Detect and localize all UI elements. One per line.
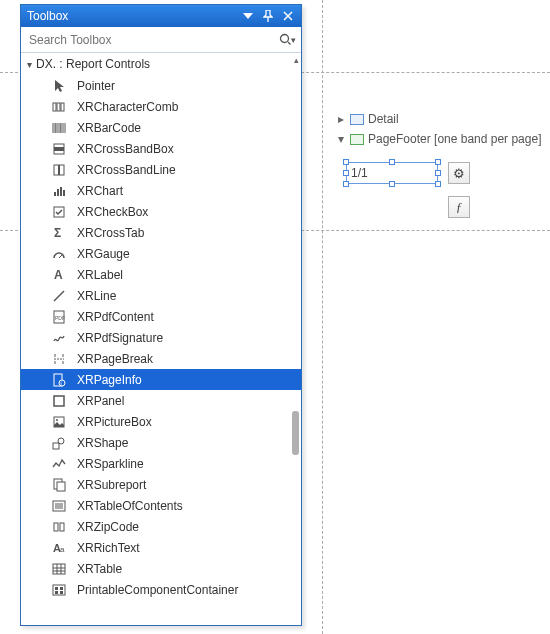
resize-handle[interactable] [343, 159, 349, 165]
toolbox-item-gauge[interactable]: XRGauge [21, 243, 301, 264]
chart-icon [51, 184, 67, 198]
checkbox-icon [51, 205, 67, 219]
toolbox-item-pointer[interactable]: Pointer [21, 75, 301, 96]
svg-text:a: a [60, 545, 65, 554]
svg-text:i: i [61, 380, 62, 386]
pageinfo-icon: i [51, 373, 67, 387]
toolbox-item-crosstab[interactable]: ΣXRCrossTab [21, 222, 301, 243]
toolbox-item-label: XRCheckBox [77, 205, 301, 219]
toolbox-item-crossbandline[interactable]: XRCrossBandLine [21, 159, 301, 180]
toolbox-item-zipcode[interactable]: XRZipCode [21, 516, 301, 537]
toolbox-item-line[interactable]: XRLine [21, 285, 301, 306]
toolbox-item-barcode[interactable]: XRBarCode [21, 117, 301, 138]
toolbox-item-pdfsignature[interactable]: XRPdfSignature [21, 327, 301, 348]
scroll-up-icon[interactable]: ▴ [294, 55, 299, 65]
svg-rect-34 [55, 587, 58, 590]
toolbox-item-charcomb[interactable]: XRCharacterComb [21, 96, 301, 117]
band-detail-label: Detail [368, 112, 399, 126]
toolbox-item-label: XRBarCode [77, 121, 301, 135]
resize-handle[interactable] [435, 181, 441, 187]
pdfsignature-icon [51, 331, 67, 345]
resize-handle[interactable] [343, 170, 349, 176]
toolbox-item-panel[interactable]: XRPanel [21, 390, 301, 411]
toolbox-item-printable[interactable]: PrintableComponentContainer [21, 579, 301, 600]
toolbox-item-pdfcontent[interactable]: PDFXRPdfContent [21, 306, 301, 327]
svg-rect-9 [57, 189, 59, 196]
expand-icon: ▸ [336, 112, 346, 126]
resize-handle[interactable] [435, 159, 441, 165]
toolbox-category[interactable]: DX. : Report Controls [21, 53, 301, 75]
svg-rect-36 [55, 591, 58, 594]
toolbox-item-label: XRLine [77, 289, 301, 303]
search-input[interactable] [27, 32, 277, 48]
svg-rect-20 [54, 396, 64, 406]
detail-band-icon [350, 114, 364, 125]
svg-rect-23 [53, 443, 59, 449]
toolbox-item-label: XRLabel [77, 268, 301, 282]
toolbox-item-label: XRZipCode [77, 520, 301, 534]
toc-icon [51, 499, 67, 513]
svg-rect-35 [60, 587, 63, 590]
crossbandline-icon [51, 163, 67, 177]
resize-handle[interactable] [435, 170, 441, 176]
toolbox-item-table[interactable]: XRTable [21, 558, 301, 579]
toolbox-item-sparkline[interactable]: XRSparkline [21, 453, 301, 474]
svg-rect-37 [60, 591, 63, 594]
svg-rect-11 [63, 190, 65, 196]
category-label: DX. : Report Controls [36, 57, 150, 71]
toolbox-item-label: XRGauge [77, 247, 301, 261]
band-pagefooter[interactable]: ▾ PageFooter [one band per page] [336, 130, 542, 148]
svg-point-22 [56, 419, 58, 421]
toolbox-item-label: XRChart [77, 184, 301, 198]
toolbox-item-label: XRSparkline [77, 457, 301, 471]
toolbox-item-crossbandbox[interactable]: XRCrossBandBox [21, 138, 301, 159]
resize-handle[interactable] [389, 159, 395, 165]
smart-tag-gear-button[interactable]: ⚙ [448, 162, 470, 184]
band-pagefooter-label: PageFooter [one band per page] [368, 132, 541, 146]
line-icon [51, 289, 67, 303]
picturebox-icon [51, 415, 67, 429]
charcomb-icon [51, 100, 67, 114]
smart-tag-expression-button[interactable]: ƒ [448, 196, 470, 218]
resize-handle[interactable] [343, 181, 349, 187]
pdfcontent-icon: PDF [51, 310, 67, 324]
pin-button[interactable] [259, 8, 277, 24]
close-button[interactable] [279, 8, 297, 24]
svg-text:A: A [54, 268, 63, 282]
toolbox-item-toc[interactable]: XRTableOfContents [21, 495, 301, 516]
toolbox-item-pageinfo[interactable]: iXRPageInfo [21, 369, 301, 390]
toolbox-item-picturebox[interactable]: XRPictureBox [21, 411, 301, 432]
toolbox-item-richtext[interactable]: AaXRRichText [21, 537, 301, 558]
toolbox-item-label: XRPageInfo [77, 373, 301, 387]
svg-rect-2 [53, 103, 56, 111]
search-icon[interactable]: ▾ [277, 33, 297, 47]
function-icon: ƒ [456, 199, 463, 215]
toolbox-item-label: XRCrossBandLine [77, 163, 301, 177]
toolbox-item-pagebreak[interactable]: XRPageBreak [21, 348, 301, 369]
toolbox-item-label: XRCharacterComb [77, 100, 301, 114]
svg-rect-6 [54, 147, 64, 151]
subreport-icon [51, 478, 67, 492]
svg-rect-32 [53, 564, 65, 574]
richtext-icon: Aa [51, 541, 67, 555]
toolbox-item-shape[interactable]: XRShape [21, 432, 301, 453]
svg-point-1 [280, 34, 288, 42]
svg-rect-10 [60, 187, 62, 196]
band-detail[interactable]: ▸ Detail [336, 110, 542, 128]
toolbox-item-label: XRTable [77, 562, 301, 576]
gauge-icon [51, 247, 67, 261]
toolbox-item-chart[interactable]: XRChart [21, 180, 301, 201]
toolbox-item-label[interactable]: AXRLabel [21, 264, 301, 285]
toolbox-item-subreport[interactable]: XRSubreport [21, 474, 301, 495]
toolbox-item-checkbox[interactable]: XRCheckBox [21, 201, 301, 222]
printable-icon [51, 583, 67, 597]
resize-handle[interactable] [389, 181, 395, 187]
crossbandbox-icon [51, 142, 67, 156]
scrollbar-thumb[interactable] [292, 411, 299, 455]
shape-icon [51, 436, 67, 450]
panel-icon [51, 394, 67, 408]
toolbox-titlebar[interactable]: Toolbox [21, 5, 301, 27]
window-menu-button[interactable] [239, 8, 257, 24]
svg-text:PDF: PDF [55, 315, 65, 321]
gear-icon: ⚙ [453, 166, 465, 181]
